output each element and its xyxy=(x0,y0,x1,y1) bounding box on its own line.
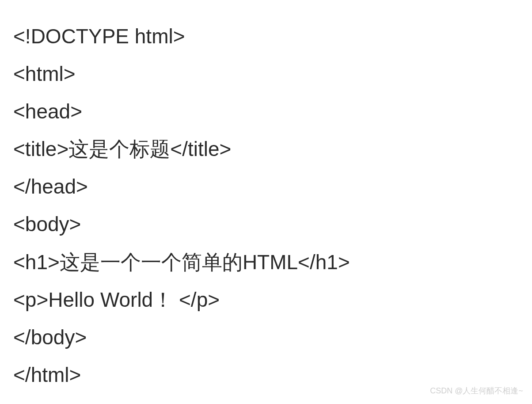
code-line-1: <!DOCTYPE html> xyxy=(13,18,523,55)
code-line-9: </body> xyxy=(13,319,523,356)
code-line-3: <head> xyxy=(13,93,523,130)
code-line-2: <html> xyxy=(13,55,523,93)
code-line-7: <h1>这是一个一个简单的HTML</h1> xyxy=(13,244,523,281)
code-line-5: </head> xyxy=(13,168,523,206)
code-line-4: <title>这是个标题</title> xyxy=(13,130,523,168)
code-line-8: <p>Hello World！ </p> xyxy=(13,281,523,319)
watermark-text: CSDN @人生何醋不相逢~ xyxy=(430,385,523,396)
code-line-6: <body> xyxy=(13,206,523,243)
code-snippet: <!DOCTYPE html> <html> <head> <title>这是个… xyxy=(0,0,532,403)
